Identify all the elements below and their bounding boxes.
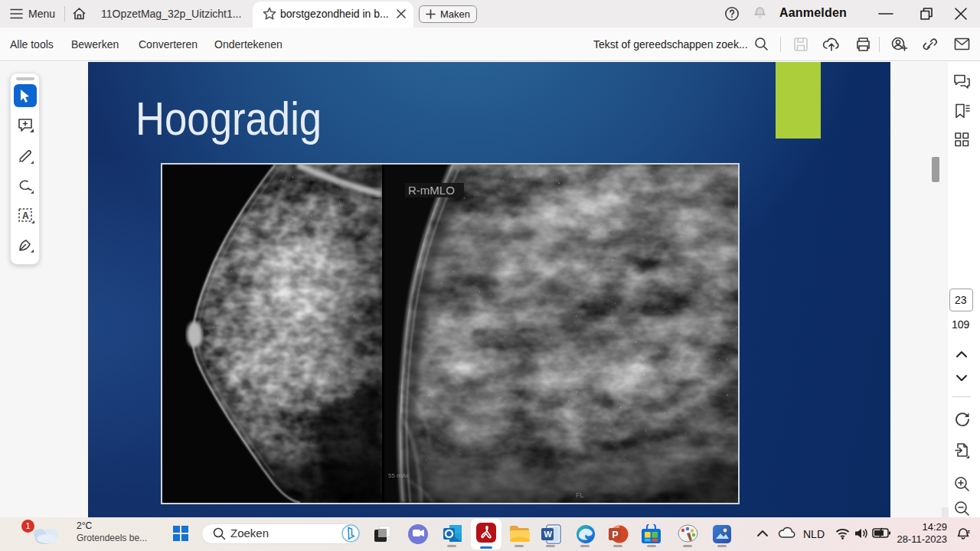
svg-text:W: W	[544, 530, 553, 539]
svg-text:FL: FL	[576, 491, 584, 499]
svg-text:55 mAs: 55 mAs	[388, 472, 409, 479]
svg-text:z: z	[967, 528, 970, 535]
svg-text:R-mMLO: R-mMLO	[408, 184, 455, 197]
svg-text:P: P	[612, 530, 619, 540]
svg-text:A: A	[22, 210, 29, 221]
